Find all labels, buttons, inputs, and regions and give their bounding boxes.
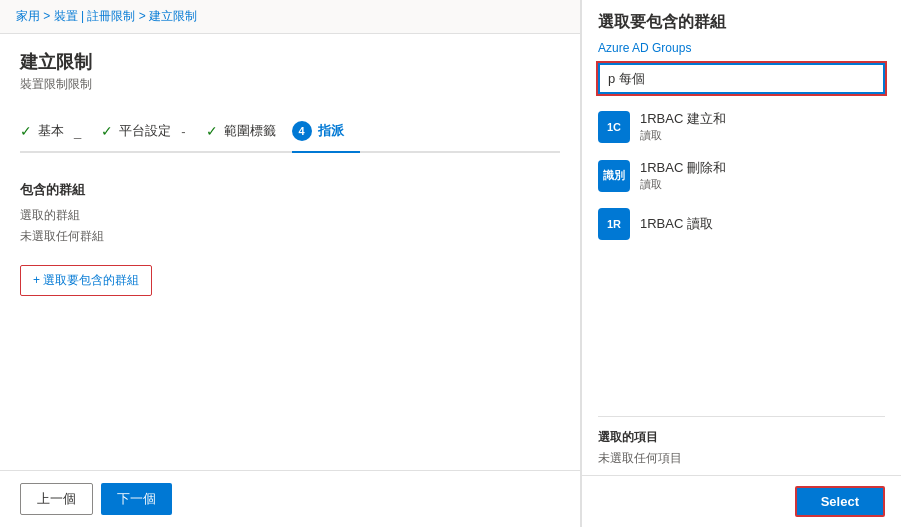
- group-name-1: 1RBAC 建立和: [640, 110, 726, 128]
- breadcrumb-home[interactable]: 家用: [16, 9, 40, 23]
- breadcrumb-enrollment[interactable]: 註冊限制: [87, 9, 135, 23]
- group-name-3: 1RBAC 讀取: [640, 215, 713, 233]
- group-info-1: 1RBAC 建立和 讀取: [640, 110, 726, 143]
- page-subtitle: 裝置限制限制: [20, 76, 560, 93]
- step-platform[interactable]: ✓ 平台設定 -: [101, 114, 205, 150]
- right-bottom-bar: Select: [582, 475, 901, 527]
- add-included-groups-button[interactable]: + 選取要包含的群組: [20, 265, 152, 296]
- step-basic-check-icon: ✓: [20, 123, 32, 139]
- next-button[interactable]: 下一個: [101, 483, 172, 515]
- group-avatar-2: 識別: [598, 160, 630, 192]
- group-name-2: 1RBAC 刪除和: [640, 159, 726, 177]
- group-item[interactable]: 識別 1RBAC 刪除和 讀取: [590, 151, 893, 200]
- breadcrumb-create: 建立限制: [149, 9, 197, 23]
- search-input[interactable]: [600, 65, 883, 92]
- main-content: 建立限制 裝置限制限制 ✓ 基本 _ ✓ 平台設定 - ✓ 範圍標籤: [0, 34, 580, 470]
- step-assign[interactable]: 4 指派: [292, 113, 360, 151]
- included-groups-title: 包含的群組: [20, 181, 560, 199]
- left-panel: 家用 > 裝置 | 註冊限制 > 建立限制 建立限制 裝置限制限制 ✓ 基本 _…: [0, 0, 581, 527]
- right-panel-subtitle: Azure AD Groups: [582, 41, 901, 63]
- step-basic[interactable]: ✓ 基本 _: [20, 114, 101, 150]
- group-info-2: 1RBAC 刪除和 讀取: [640, 159, 726, 192]
- step-basic-label: 基本: [38, 122, 64, 140]
- right-panel-title: 選取要包含的群組: [582, 0, 901, 41]
- group-avatar-1: 1C: [598, 111, 630, 143]
- search-input-wrapper: [598, 63, 885, 94]
- selected-groups-label: 選取的群組: [20, 207, 560, 224]
- previous-button[interactable]: 上一個: [20, 483, 93, 515]
- step-basic-dash: _: [74, 124, 81, 139]
- group-type-1: 讀取: [640, 128, 726, 143]
- group-info-3: 1RBAC 讀取: [640, 215, 713, 233]
- step-platform-dash: -: [181, 124, 185, 139]
- right-panel: 選取要包含的群組 Azure AD Groups 1C 1RBAC 建立和 讀取: [581, 0, 901, 527]
- select-button[interactable]: Select: [795, 486, 885, 517]
- groups-list: 1C 1RBAC 建立和 讀取 識別 1RBAC 刪除和 讀取: [582, 102, 901, 412]
- panel-divider: [598, 416, 885, 417]
- steps-bar: ✓ 基本 _ ✓ 平台設定 - ✓ 範圍標籤 4 指派: [20, 113, 560, 153]
- bottom-action-bar: 上一個 下一個: [0, 470, 580, 527]
- selected-section: 選取的項目 未選取任何項目: [582, 421, 901, 475]
- no-groups-selected: 未選取任何群組: [20, 228, 560, 245]
- page-title: 建立限制: [20, 50, 560, 74]
- breadcrumb: 家用 > 裝置 | 註冊限制 > 建立限制: [0, 0, 580, 34]
- group-type-2: 讀取: [640, 177, 726, 192]
- step-assign-label: 指派: [318, 122, 344, 140]
- step-assign-number: 4: [292, 121, 312, 141]
- no-selection-right: 未選取任何項目: [598, 450, 885, 467]
- breadcrumb-sep1: >: [43, 9, 53, 23]
- step-scope-check-icon: ✓: [206, 123, 218, 139]
- search-container: [582, 63, 901, 102]
- step-scope-label: 範圍標籤: [224, 122, 276, 140]
- breadcrumb-devices[interactable]: 裝置: [54, 9, 78, 23]
- group-avatar-3: 1R: [598, 208, 630, 240]
- step-scope[interactable]: ✓ 範圍標籤: [206, 114, 292, 150]
- group-item[interactable]: 1R 1RBAC 讀取: [590, 200, 893, 248]
- group-item[interactable]: 1C 1RBAC 建立和 讀取: [590, 102, 893, 151]
- breadcrumb-sep3: >: [139, 9, 149, 23]
- step-platform-check-icon: ✓: [101, 123, 113, 139]
- selected-header: 選取的項目: [598, 429, 885, 446]
- step-platform-label: 平台設定: [119, 122, 171, 140]
